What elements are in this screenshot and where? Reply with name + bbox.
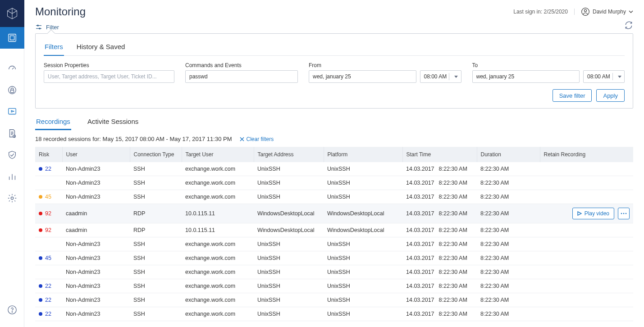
table-row[interactable]: 92 caadmin RDP 10.0.115.11 WindowsDeskto…	[35, 204, 633, 223]
refresh-icon	[624, 21, 633, 30]
nav-shield-icon[interactable]	[0, 144, 24, 166]
tab-active-sessions[interactable]: Activite Sessions	[87, 116, 139, 130]
from-date-input[interactable]	[309, 70, 416, 83]
svg-point-22	[623, 213, 625, 214]
cell-retain	[540, 293, 633, 307]
risk-dot-icon	[39, 228, 42, 232]
table-row[interactable]: 45 Non-Admin23 SSH exchange.work.com Uni…	[35, 190, 633, 204]
cell-risk	[35, 265, 62, 279]
cell-taddr: WindowsDesktopLocal	[254, 223, 324, 237]
tab-filters[interactable]: Filters	[44, 40, 64, 56]
cell-platform: UnixSSH	[324, 279, 402, 293]
col-dur[interactable]: Duration	[477, 147, 540, 162]
nav-chart-icon[interactable]	[0, 166, 24, 187]
apply-button[interactable]: Apply	[596, 89, 625, 102]
table-row[interactable]: 22 Non-Admin23 SSH exchange.work.com Uni…	[35, 307, 633, 321]
cell-user: Non-Admin23	[62, 279, 130, 293]
svg-point-11	[11, 197, 14, 200]
cell-tuser: exchange.work.com	[182, 176, 254, 190]
user-menu[interactable]: David Murphy	[581, 7, 633, 16]
cell-platform: UnixSSH	[324, 251, 402, 265]
nav-report-icon[interactable]	[0, 123, 24, 144]
cell-conn: SSH	[130, 190, 182, 204]
col-conn[interactable]: Connection Type	[130, 147, 182, 162]
table-row[interactable]: 45 Non-Admin23 SSH exchange.work.com Uni…	[35, 251, 633, 265]
tab-history-saved[interactable]: History & Saved	[76, 40, 126, 55]
session-props-input[interactable]	[44, 70, 174, 83]
page-title: Monitoring	[35, 5, 86, 18]
risk-value: 92	[45, 210, 51, 217]
svg-rect-1	[10, 36, 14, 40]
tab-recordings[interactable]: Recordings	[35, 116, 71, 130]
cell-risk	[35, 237, 62, 251]
cell-risk: 92	[35, 223, 62, 237]
table-row[interactable]: 92 caadmin RDP 10.0.115.11 WindowsDeskto…	[35, 223, 633, 237]
table-row[interactable]: Non-Admin23 SSH exchange.work.com UnixSS…	[35, 237, 633, 251]
from-time-value: 08:00 AM	[424, 73, 447, 80]
play-video-button[interactable]: Play video	[572, 208, 614, 219]
cell-start: 14.03.20178:22:30 AM	[402, 279, 477, 293]
nav-app-icon[interactable]	[0, 27, 24, 49]
cell-risk: 22	[35, 279, 62, 293]
filter-toggle[interactable]: Filter	[35, 23, 59, 31]
clear-filters-link[interactable]: Clear filters	[240, 136, 274, 142]
svg-line-2	[12, 68, 14, 69]
cell-retain	[540, 223, 633, 237]
nav-gauge-icon[interactable]	[0, 58, 24, 79]
table-row[interactable]: Non-Admin23 SSH exchange.work.com UnixSS…	[35, 176, 633, 190]
table-row[interactable]: Non-Admin23 SSH exchange.work.com UnixSS…	[35, 265, 633, 279]
cell-dur: 8:22:30 AM	[477, 190, 540, 204]
cell-risk	[35, 176, 62, 190]
refresh-button[interactable]	[624, 21, 633, 33]
col-platform[interactable]: Platform	[324, 147, 402, 162]
table-row[interactable]: 22 Non-Admin23 SSH exchange.work.com Uni…	[35, 279, 633, 293]
risk-dot-icon	[39, 312, 42, 316]
cell-platform: UnixSSH	[324, 237, 402, 251]
commands-input[interactable]	[185, 70, 298, 83]
cell-taddr: UnixSSH	[254, 307, 324, 321]
nav-gear-icon[interactable]	[0, 187, 24, 209]
cell-dur: 8:22:30 AM	[477, 279, 540, 293]
risk-value: 92	[45, 227, 51, 233]
col-start[interactable]: Start Time	[402, 147, 477, 162]
cell-dur: 8:22:30 AM	[477, 251, 540, 265]
cell-dur: 8:22:30 AM	[477, 293, 540, 307]
to-time-select[interactable]: 08:00 AM	[583, 70, 625, 83]
cell-taddr: UnixSSH	[254, 237, 324, 251]
cell-risk: 45	[35, 251, 62, 265]
cell-conn: RDP	[130, 204, 182, 223]
cell-user: Non-Admin23	[62, 307, 130, 321]
col-user[interactable]: User	[62, 147, 130, 162]
save-filter-button[interactable]: Save filter	[553, 89, 592, 102]
dots-icon	[621, 213, 627, 214]
nav-monitor-icon[interactable]	[0, 101, 24, 123]
risk-dot-icon	[39, 195, 42, 199]
sliders-icon	[35, 23, 42, 31]
col-retain[interactable]: Retain Recording	[540, 147, 633, 162]
last-signin: Last sign in: 2/25/2020	[513, 9, 575, 15]
table-row[interactable]: 22 Non-Admin23 SSH exchange.work.com Uni…	[35, 162, 633, 176]
cell-taddr: UnixSSH	[254, 190, 324, 204]
user-name: David Murphy	[593, 9, 626, 15]
cell-dur: 8:22:30 AM	[477, 307, 540, 321]
cell-start: 14.03.20178:22:30 AM	[402, 237, 477, 251]
more-actions-button[interactable]	[618, 208, 630, 219]
cell-tuser: exchange.work.com	[182, 265, 254, 279]
table-row[interactable]: 22 Non-Admin23 SSH exchange.work.com Uni…	[35, 293, 633, 307]
from-time-select[interactable]: 08:00 AM	[420, 70, 461, 83]
col-tuser[interactable]: Target User	[182, 147, 254, 162]
col-taddr[interactable]: Target Address	[254, 147, 324, 162]
col-risk[interactable]: Risk	[35, 147, 62, 162]
cell-retain	[540, 237, 633, 251]
cell-user: caadmin	[62, 204, 130, 223]
chevron-down-icon	[454, 76, 458, 78]
cell-retain	[540, 190, 633, 204]
cell-platform: UnixSSH	[324, 293, 402, 307]
cell-retain	[540, 251, 633, 265]
risk-dot-icon	[39, 212, 42, 215]
to-date-input[interactable]	[472, 70, 580, 83]
nav-help-icon[interactable]	[0, 299, 24, 321]
nav-lock-icon[interactable]	[0, 79, 24, 101]
session-props-label: Session Properties	[44, 62, 174, 68]
risk-dot-icon	[39, 256, 42, 260]
